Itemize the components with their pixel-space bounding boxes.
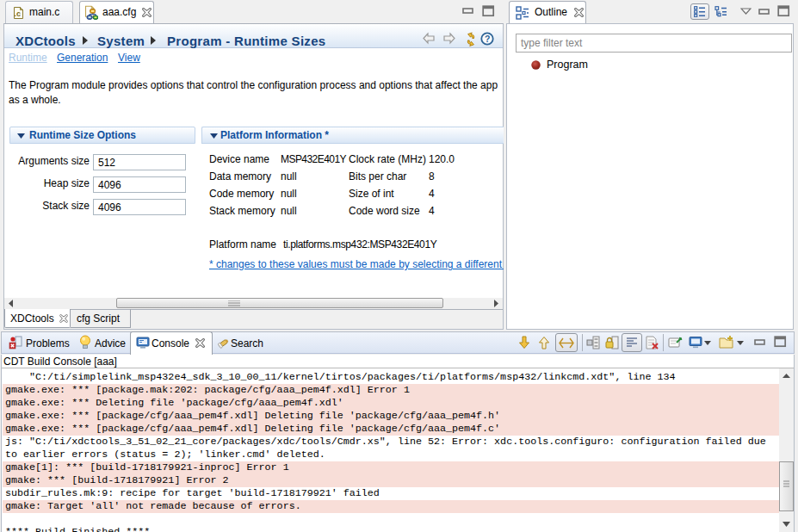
svg-text:.c: .c (15, 9, 22, 18)
svg-text:?: ? (485, 34, 490, 44)
